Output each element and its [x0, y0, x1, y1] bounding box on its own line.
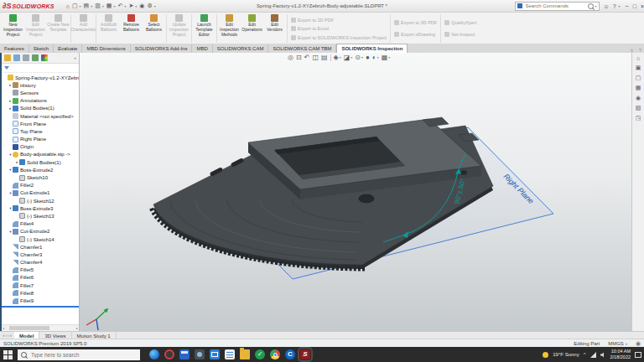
filter-icon[interactable] [4, 66, 9, 70]
new-inspection-project-button[interactable]: New Inspection Project [2, 13, 24, 44]
solidworks-resources-icon[interactable]: ⌂ [636, 55, 640, 61]
tree-item-fillet8[interactable]: Fillet8 [2, 289, 79, 297]
cura-icon[interactable] [285, 349, 295, 359]
user-account-icon[interactable]: ☺ [604, 3, 610, 9]
displaymanager-tab-icon[interactable] [41, 54, 48, 61]
design-library-icon[interactable]: ▣ [636, 65, 641, 71]
rebuild-icon[interactable]: ◉ [139, 3, 144, 9]
featuremanager-tab-icon[interactable] [4, 54, 11, 61]
command-search-box[interactable]: ▾ [515, 2, 600, 11]
tree-item-fillet7[interactable]: Fillet7 [2, 282, 79, 289]
configurationmanager-tab-icon[interactable] [23, 54, 29, 61]
propertymanager-tab-icon[interactable] [13, 54, 20, 61]
taskbar-search-box[interactable] [18, 349, 140, 360]
help-icon[interactable]: ? [613, 3, 616, 9]
custom-properties-icon[interactable]: ▧ [636, 105, 641, 111]
tree-item-boss-extrude2[interactable]: Boss-Extrude2 [2, 166, 79, 173]
graphics-viewport[interactable]: ◎ ⊡ ↶ ◫ ▤ ◈▾ ◪▾ ⊙▾ ● ◐▾ ▦▾ [80, 53, 631, 331]
print-icon[interactable]: ▦ [106, 3, 112, 9]
tree-item-fillet4[interactable]: Fillet4 [2, 220, 79, 228]
tree-item-sensors[interactable]: Sensors [2, 89, 79, 96]
display-style-icon[interactable]: ◪ [344, 54, 351, 61]
tab-solidworks-cam-tbm[interactable]: SOLIDWORKS CAM TBM [268, 44, 336, 53]
tree-item-chamfer1[interactable]: Chamfer1 [2, 243, 79, 251]
search-icon[interactable] [588, 3, 594, 9]
edit-appearance-icon[interactable]: ● [366, 54, 370, 61]
view-palette-icon[interactable]: ▦ [636, 85, 641, 91]
taskbar-search-input[interactable] [29, 351, 137, 359]
appearances-scenes-icon[interactable]: ◉ [636, 95, 641, 101]
tab-solidworks-inspection[interactable]: SOLIDWORKS Inspection [336, 44, 408, 53]
edge-icon[interactable] [149, 349, 159, 359]
part-model[interactable] [151, 117, 493, 269]
tab-evaluate[interactable]: Evaluate [54, 44, 82, 53]
tree-item-front-plane[interactable]: Front Plane [2, 120, 79, 127]
solidworks-taskbar-icon[interactable] [300, 349, 310, 359]
tree-item-material[interactable]: Material <not specified> [2, 112, 79, 120]
browser-icon[interactable] [164, 349, 174, 359]
save-dropdown-caret-icon[interactable]: ▾ [102, 4, 104, 8]
options-icon[interactable]: ⚙ [147, 3, 152, 9]
select-dropdown-caret-icon[interactable]: ▾ [135, 4, 137, 8]
tree-item-chamfer3[interactable]: Chamfer3 [2, 251, 79, 258]
zoom-to-area-icon[interactable]: ⊡ [296, 54, 302, 61]
save-icon[interactable]: ▥ [95, 3, 101, 9]
home-icon[interactable]: ⌂ [66, 3, 70, 9]
open-icon[interactable]: ▤ [84, 3, 90, 9]
photos-icon[interactable] [195, 349, 205, 359]
edit-vendors-button[interactable]: Edit Vendors [263, 13, 286, 44]
close-button[interactable]: × [641, 3, 644, 9]
select-icon[interactable]: ➤ [128, 3, 133, 9]
scroll-left-icon[interactable]: ◂ [3, 325, 4, 331]
tree-item-fillet5[interactable]: Fillet5 [2, 266, 79, 274]
tree-item-fillet6[interactable]: Fillet6 [2, 274, 79, 282]
mail-icon[interactable] [210, 349, 220, 359]
tree-item-origin[interactable]: Origin [2, 143, 79, 151]
print-dropdown-caret-icon[interactable]: ▾ [113, 4, 115, 8]
tree-item-chamfer4[interactable]: Chamfer4 [2, 259, 79, 266]
tree-item-solid-bodies-imported[interactable]: Solid Bodies(1) [2, 158, 79, 166]
zoom-to-fit-icon[interactable]: ◎ [288, 54, 293, 61]
taskbar-clock[interactable]: 10:04 AM 2/18/2022 [610, 349, 631, 360]
tree-item-part-root[interactable]: Spring-Factory-v1.2-XYZebruh-Body-adjust… [2, 74, 79, 81]
edit-operations-button[interactable]: Edit Operations [241, 13, 263, 44]
tree-item-sketch14[interactable]: (-) Sketch14 [2, 235, 79, 243]
section-view-icon[interactable]: ◫ [312, 54, 319, 61]
apply-scene-caret-icon[interactable]: ▾ [377, 55, 379, 59]
tree-item-cut-extrude1[interactable]: Cut-Extrude1 [2, 189, 79, 197]
tree-item-sketch13[interactable]: (-) Sketch13 [2, 212, 79, 220]
hide-show-caret-icon[interactable]: ▾ [361, 55, 363, 59]
tab-mbd[interactable]: MBD [192, 44, 212, 53]
start-button[interactable] [3, 349, 13, 360]
dimxpertmanager-tab-icon[interactable] [32, 54, 39, 61]
help-dropdown-caret-icon[interactable]: ▾ [619, 4, 621, 8]
network-icon[interactable] [590, 352, 596, 358]
view-orientation-caret-icon[interactable]: ▾ [340, 55, 341, 59]
search-commands-input[interactable] [524, 3, 587, 9]
options-dropdown-caret-icon[interactable]: ▾ [154, 4, 156, 8]
rollback-bar[interactable] [2, 306, 79, 308]
remove-balloons-button[interactable]: Remove Balloons [120, 13, 143, 44]
display-style-caret-icon[interactable]: ▾ [351, 55, 352, 59]
tree-item-fillet9[interactable]: Fillet9 [2, 297, 79, 304]
ribbon-help-icon[interactable]: ? [636, 48, 644, 53]
action-center-icon[interactable] [635, 352, 641, 358]
tree-item-annotations[interactable]: Annotations [2, 97, 79, 105]
security-app-icon[interactable] [255, 349, 265, 359]
units-selector[interactable]: MMGS▾ [608, 341, 627, 346]
tree-item-sketch12[interactable]: (-) Sketch12 [2, 197, 79, 204]
new-document-icon[interactable]: ▢ [72, 3, 78, 9]
hidden-icons-chevron-icon[interactable]: ^ [584, 352, 586, 357]
tree-item-top-plane[interactable]: Top Plane [2, 127, 79, 135]
file-explorer-icon[interactable] [240, 349, 250, 359]
weather-sun-icon[interactable] [543, 352, 548, 358]
status-options-icon[interactable]: ◉ [636, 340, 641, 347]
new-dropdown-caret-icon[interactable]: ▾ [80, 4, 81, 8]
tab-features[interactable]: Features [0, 44, 29, 53]
forum-icon[interactable]: ◳ [636, 115, 641, 122]
tree-item-fillet2[interactable]: Fillet2 [2, 182, 79, 189]
tree-horizontal-scrollbar[interactable]: ◂ ▸ [2, 324, 79, 331]
edit-inspection-methods-button[interactable]: Edit Inspection Methods [218, 13, 241, 44]
weather-text[interactable]: 19°F Sunny [553, 352, 579, 357]
volume-icon[interactable] [600, 352, 606, 358]
